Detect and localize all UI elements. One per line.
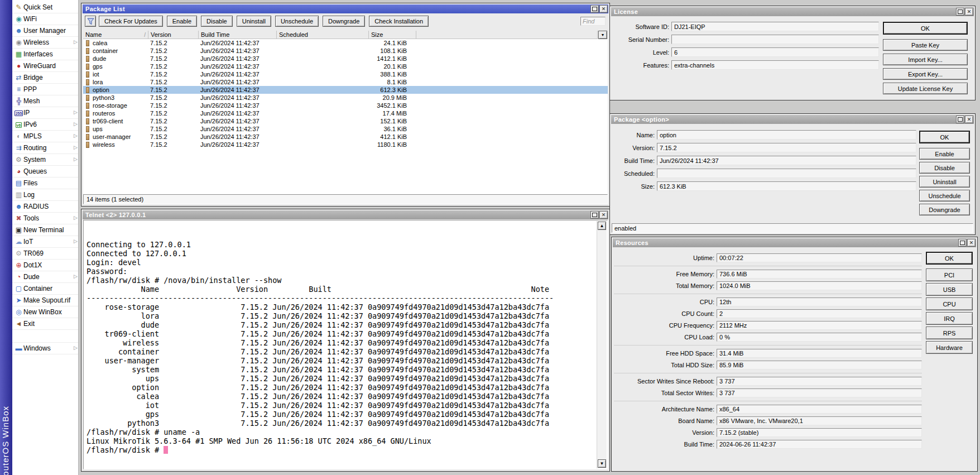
- field-total-sector-writes[interactable]: 3 737: [717, 388, 922, 397]
- column-header-scheduled[interactable]: Scheduled: [277, 31, 369, 39]
- downgrade-button[interactable]: Downgrade: [919, 204, 970, 215]
- import-key-button[interactable]: Import Key...: [883, 54, 968, 65]
- sidebar-item-ipv6[interactable]: v6IPv6▷: [12, 119, 78, 131]
- field-serial-number[interactable]: [671, 35, 879, 44]
- check-installation-button[interactable]: Check Installation: [369, 16, 429, 27]
- terminal-scrollbar[interactable]: ▲ ▼: [597, 221, 607, 468]
- sidebar-item-exit[interactable]: ◄Exit: [12, 318, 78, 330]
- table-row[interactable]: gps7.15.2Jun/26/2024 11:42:3720.1 KiB: [83, 63, 608, 70]
- unschedule-button[interactable]: Unschedule: [275, 16, 319, 27]
- sidebar-item-wifi[interactable]: ◉WiFi: [12, 13, 78, 25]
- ok-button[interactable]: OK: [883, 22, 968, 35]
- sidebar-item-new-winbox[interactable]: ◎New WinBox: [12, 306, 78, 318]
- sidebar-item-container[interactable]: ▢Container: [12, 283, 78, 295]
- table-row[interactable]: routeros7.15.2Jun/26/2024 11:42:3717.4 M…: [83, 109, 608, 117]
- terminal-area[interactable]: Connecting to 127.0.0.1 Connected to 127…: [83, 220, 608, 469]
- field-cpu-load[interactable]: 0 %: [717, 333, 922, 342]
- field-architecture-name[interactable]: x86_64: [717, 405, 922, 414]
- sidebar-item-mpls[interactable]: ◐MPLS▷: [12, 131, 78, 142]
- table-row[interactable]: container7.15.2Jun/26/2024 11:42:37108.1…: [83, 47, 608, 55]
- table-row[interactable]: tr069-client7.15.2Jun/26/2024 11:42:3715…: [83, 117, 608, 125]
- irq-button[interactable]: IRQ: [926, 312, 973, 325]
- close-icon[interactable]: ✕: [599, 211, 608, 219]
- downgrade-button[interactable]: Downgrade: [323, 16, 365, 27]
- license-titlebar[interactable]: License ✕: [611, 7, 974, 16]
- usb-button[interactable]: USB: [926, 283, 973, 296]
- table-row[interactable]: ups7.15.2Jun/26/2024 11:42:3736.1 KiB: [83, 125, 608, 133]
- field-build-time[interactable]: 2024-06-26 11:42:37: [717, 440, 922, 449]
- sidebar-item-queues[interactable]: ◕Queues: [12, 166, 78, 177]
- package-list-titlebar[interactable]: Package List ✕: [83, 4, 608, 13]
- field-sector-writes-since-reboot[interactable]: 3 737: [717, 377, 922, 386]
- field-level[interactable]: 6: [671, 47, 879, 57]
- sidebar-item-ppp[interactable]: ≡PPP: [12, 84, 78, 95]
- filter-button[interactable]: [85, 16, 96, 27]
- cpu-button[interactable]: CPU: [926, 298, 973, 310]
- sidebar-item-new-terminal[interactable]: ▣New Terminal: [12, 224, 78, 236]
- field-scheduled[interactable]: [657, 169, 916, 178]
- maximize-icon[interactable]: [958, 239, 967, 247]
- sidebar-item-ip[interactable]: 255IP▷: [12, 107, 78, 119]
- sidebar-item-tr069[interactable]: ⚙TR069: [12, 248, 78, 260]
- sidebar-item-interfaces[interactable]: ▦Interfaces: [12, 49, 78, 60]
- table-row[interactable]: lora7.15.2Jun/26/2024 11:42:378.1 KiB: [83, 78, 608, 86]
- sidebar-item-windows[interactable]: ▬Windows▷: [12, 342, 78, 354]
- maximize-icon[interactable]: [956, 8, 964, 16]
- field-total-hdd-size[interactable]: 85.9 MiB: [717, 361, 922, 370]
- package-option-titlebar[interactable]: Package <option> ✕: [611, 115, 974, 124]
- close-icon[interactable]: ✕: [599, 5, 608, 13]
- rps-button[interactable]: RPS: [926, 327, 973, 339]
- sidebar-item-radius[interactable]: ☻RADIUS: [12, 201, 78, 213]
- scroll-up-icon[interactable]: ▲: [598, 222, 606, 230]
- check-for-updates-button[interactable]: Check For Updates: [99, 16, 163, 27]
- table-row[interactable]: python37.15.2Jun/26/2024 11:42:3720.9 Mi…: [83, 94, 608, 102]
- sidebar-item-wireless[interactable]: ◉Wireless▷: [12, 37, 78, 49]
- field-build-time[interactable]: Jun/26/2024 11:42:37: [657, 156, 916, 165]
- table-row[interactable]: dude7.15.2Jun/26/2024 11:42:371412.1 KiB: [83, 55, 608, 63]
- sidebar-item-dude[interactable]: ◔Dude▷: [12, 271, 78, 283]
- sidebar-item-system[interactable]: ⚙System▷: [12, 154, 78, 166]
- ok-button[interactable]: OK: [919, 131, 970, 143]
- field-total-memory[interactable]: 1024.0 MiB: [717, 281, 922, 290]
- field-free-hdd-space[interactable]: 31.4 MiB: [717, 349, 922, 358]
- disable-button[interactable]: Disable: [919, 162, 970, 174]
- ok-button[interactable]: OK: [926, 252, 973, 265]
- sidebar-item-routing[interactable]: ⇉Routing▷: [12, 142, 78, 154]
- export-key-button[interactable]: Export Key...: [883, 68, 968, 80]
- sidebar-item-wireguard[interactable]: ●WireGuard: [12, 60, 78, 72]
- field-board-name[interactable]: x86 VMware, Inc. VMware20,1: [717, 416, 922, 425]
- paste-key-button[interactable]: Paste Key: [883, 39, 968, 51]
- column-header-version[interactable]: Version: [148, 31, 199, 39]
- update-license-key-button[interactable]: Update License Key: [883, 83, 968, 94]
- table-row[interactable]: calea7.15.2Jun/26/2024 11:42:3724.1 KiB: [83, 39, 608, 47]
- field-cpu-frequency[interactable]: 2112 MHz: [717, 321, 922, 330]
- table-row[interactable]: iot7.15.2Jun/26/2024 11:42:37388.1 KiB: [83, 70, 608, 78]
- resources-titlebar[interactable]: Resources ✕: [613, 238, 976, 247]
- find-input[interactable]: [580, 17, 606, 26]
- sidebar-item-quick-set[interactable]: ✎Quick Set: [12, 2, 78, 13]
- uninstall-button[interactable]: Uninstall: [919, 176, 970, 188]
- pci-button[interactable]: PCI: [926, 268, 973, 281]
- close-icon[interactable]: ✕: [967, 239, 976, 247]
- field-free-memory[interactable]: 736.6 MiB: [717, 270, 922, 279]
- table-row[interactable]: user-manager7.15.2Jun/26/2024 11:42:3741…: [83, 133, 608, 141]
- sidebar-item-tools[interactable]: ✖Tools▷: [12, 213, 78, 224]
- sidebar-item-bridge[interactable]: ⇄Bridge: [12, 72, 78, 84]
- close-icon[interactable]: ✕: [965, 116, 973, 123]
- disable-button[interactable]: Disable: [201, 16, 233, 27]
- field-software-id[interactable]: DJ21-EIQP: [671, 22, 879, 31]
- field-version[interactable]: 7.15.2 (stable): [717, 428, 922, 437]
- sidebar-item-log[interactable]: ▥Log: [12, 189, 78, 201]
- hardware-button[interactable]: Hardware: [926, 341, 973, 354]
- field-size[interactable]: 612.3 KiB: [657, 181, 916, 191]
- field-cpu[interactable]: 12th: [717, 298, 922, 306]
- sidebar-item-mesh[interactable]: ╬Mesh: [12, 95, 78, 107]
- unschedule-button[interactable]: Unschedule: [919, 190, 970, 201]
- scroll-down-icon[interactable]: ▼: [598, 459, 606, 468]
- field-cpu-count[interactable]: 2: [717, 309, 922, 318]
- column-header-name[interactable]: Name/: [83, 31, 148, 39]
- enable-button[interactable]: Enable: [919, 148, 970, 160]
- table-row[interactable]: rose-storage7.15.2Jun/26/2024 11:42:3734…: [83, 102, 608, 109]
- terminal-output[interactable]: Connecting to 127.0.0.1 Connected to 127…: [87, 222, 595, 468]
- maximize-icon[interactable]: [590, 211, 599, 219]
